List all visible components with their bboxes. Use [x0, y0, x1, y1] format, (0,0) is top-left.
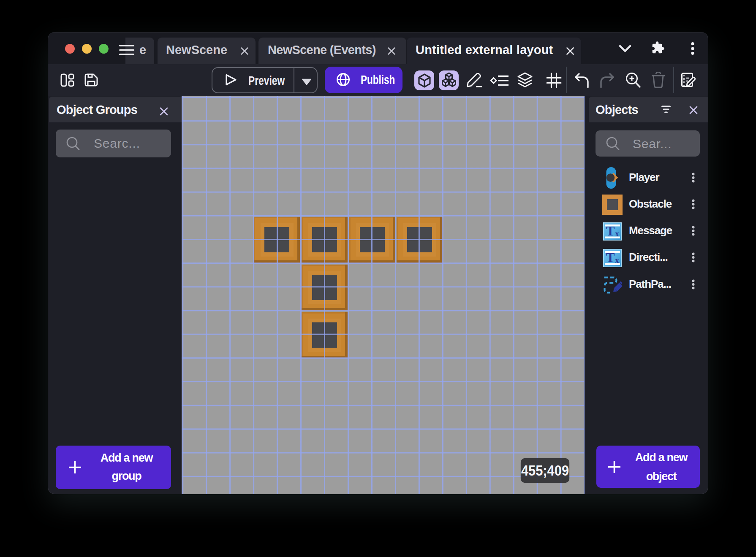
- svg-text:x: x: [615, 230, 619, 238]
- svg-text:T: T: [606, 224, 615, 238]
- svg-text:T: T: [606, 250, 615, 265]
- svg-text:x: x: [615, 256, 619, 265]
